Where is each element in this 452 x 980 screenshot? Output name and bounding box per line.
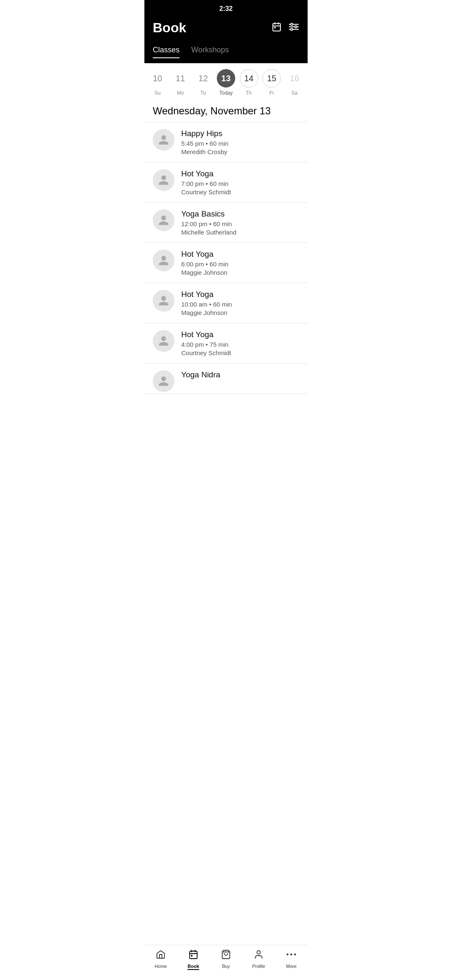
instructor-avatar <box>153 209 175 231</box>
class-info: Hot Yoga 10:00 am • 60 min Maggie Johnso… <box>181 290 299 316</box>
instructor-avatar <box>153 129 175 151</box>
status-time: 2:32 <box>219 5 233 12</box>
day-label: Sa <box>291 90 298 96</box>
class-instructor: Meredith Crosby <box>181 148 299 155</box>
day-cell-11[interactable]: 11 Mo <box>170 69 191 96</box>
tab-bar: Classes Workshops <box>144 42 308 63</box>
tab-workshops[interactable]: Workshops <box>191 42 229 58</box>
instructor-avatar <box>153 290 175 312</box>
day-label: Fr <box>269 90 274 96</box>
class-item[interactable]: Happy Hips 5:45 pm • 60 min Meredith Cro… <box>144 122 308 162</box>
days-row: 10 Su 11 Mo 12 Tu 13 Today 14 Th 15 Fr 1… <box>144 69 308 98</box>
class-item[interactable]: Hot Yoga 10:00 am • 60 min Maggie Johnso… <box>144 283 308 323</box>
calendar-section: 10 Su 11 Mo 12 Tu 13 Today 14 Th 15 Fr 1… <box>144 63 308 122</box>
day-number: 13 <box>217 69 235 88</box>
day-cell-14[interactable]: 14 Th <box>238 69 260 96</box>
svg-point-10 <box>291 28 293 30</box>
class-list: Happy Hips 5:45 pm • 60 min Meredith Cro… <box>144 122 308 394</box>
class-time: 5:45 pm • 60 min <box>181 140 299 147</box>
svg-point-4 <box>275 27 275 28</box>
class-info: Hot Yoga 6:00 pm • 60 min Maggie Johnson <box>181 250 299 276</box>
day-label: Tu <box>200 90 206 96</box>
class-name: Hot Yoga <box>181 330 299 339</box>
class-instructor: Courtney Schmidt <box>181 188 299 196</box>
instructor-avatar <box>153 250 175 271</box>
class-name: Yoga Nidra <box>181 370 299 379</box>
day-label: Th <box>246 90 252 96</box>
class-name: Hot Yoga <box>181 290 299 299</box>
header: Book <box>144 15 308 42</box>
class-time: 4:00 pm • 75 min <box>181 341 299 348</box>
class-time: 7:00 pm • 60 min <box>181 180 299 187</box>
day-cell-12[interactable]: 12 Tu <box>192 69 214 96</box>
filter-icon[interactable] <box>288 22 299 34</box>
header-actions <box>272 22 299 34</box>
svg-rect-0 <box>273 23 280 31</box>
class-info: Happy Hips 5:45 pm • 60 min Meredith Cro… <box>181 129 299 155</box>
class-instructor: Maggie Johnson <box>181 309 299 316</box>
class-time: 10:00 am • 60 min <box>181 301 299 308</box>
class-instructor: Michelle Sutherland <box>181 229 299 236</box>
class-item[interactable]: Hot Yoga 6:00 pm • 60 min Maggie Johnson <box>144 243 308 283</box>
day-number: 10 <box>148 69 167 88</box>
class-instructor: Courtney Schmidt <box>181 349 299 356</box>
day-cell-13[interactable]: 13 Today <box>215 69 237 96</box>
tab-classes[interactable]: Classes <box>153 42 180 58</box>
day-label: Mo <box>177 90 184 96</box>
class-info: Yoga Basics 12:00 pm • 60 min Michelle S… <box>181 209 299 236</box>
status-bar: 2:32 <box>144 0 308 15</box>
day-number: 16 <box>285 69 304 88</box>
instructor-avatar <box>153 330 175 352</box>
class-info: Hot Yoga 4:00 pm • 75 min Courtney Schmi… <box>181 330 299 356</box>
svg-point-8 <box>291 23 293 25</box>
class-item[interactable]: Hot Yoga 7:00 pm • 60 min Courtney Schmi… <box>144 162 308 203</box>
selected-date: Wednesday, November 13 <box>144 98 308 122</box>
day-cell-15[interactable]: 15 Fr <box>261 69 282 96</box>
instructor-avatar <box>153 370 175 392</box>
class-name: Happy Hips <box>181 129 299 138</box>
day-number: 14 <box>240 69 258 88</box>
class-item[interactable]: Yoga Basics 12:00 pm • 60 min Michelle S… <box>144 203 308 243</box>
day-number: 12 <box>194 69 212 88</box>
class-time: 6:00 pm • 60 min <box>181 260 299 268</box>
class-instructor: Maggie Johnson <box>181 269 299 276</box>
page-title: Book <box>153 20 186 36</box>
class-name: Hot Yoga <box>181 250 299 259</box>
instructor-avatar <box>153 169 175 191</box>
day-cell-10[interactable]: 10 Su <box>146 69 168 96</box>
class-info: Yoga Nidra <box>181 370 299 381</box>
class-item[interactable]: Yoga Nidra <box>144 364 308 394</box>
day-cell-16[interactable]: 16 Sa <box>284 69 306 96</box>
class-item[interactable]: Hot Yoga 4:00 pm • 75 min Courtney Schmi… <box>144 323 308 364</box>
day-number: 11 <box>171 69 190 88</box>
class-name: Yoga Basics <box>181 209 299 219</box>
class-info: Hot Yoga 7:00 pm • 60 min Courtney Schmi… <box>181 169 299 196</box>
day-label: Su <box>154 90 161 96</box>
day-number: 15 <box>262 69 281 88</box>
class-name: Hot Yoga <box>181 169 299 178</box>
day-label: Today <box>219 90 233 96</box>
svg-point-9 <box>295 26 297 28</box>
class-time: 12:00 pm • 60 min <box>181 220 299 227</box>
calendar-icon[interactable] <box>272 22 282 34</box>
